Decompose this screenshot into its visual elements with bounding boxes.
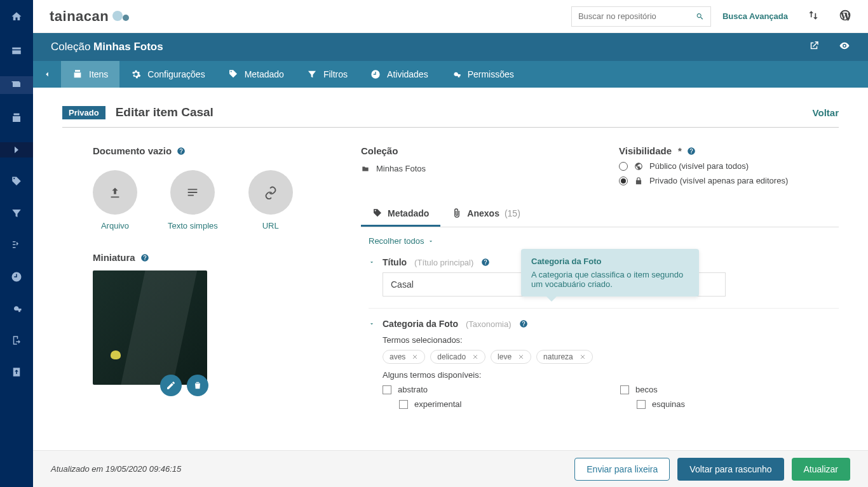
collection-title: Coleção Minhas Fotos — [51, 41, 163, 53]
tab-filters[interactable]: Filtros — [295, 61, 359, 88]
metatab-attachments[interactable]: Anexos (15) — [440, 202, 531, 227]
thumbnail-delete-button[interactable] — [187, 375, 208, 396]
swap-icon[interactable] — [807, 9, 820, 24]
external-link-icon[interactable] — [808, 40, 820, 54]
search-icon[interactable] — [696, 12, 704, 21]
page-title: Editar item Casal — [116, 105, 214, 119]
help-icon[interactable] — [519, 319, 528, 328]
sidebar-perms[interactable] — [0, 301, 33, 316]
term-checkbox[interactable]: esquinas — [637, 399, 839, 409]
admin-sidebar — [0, 0, 33, 487]
tag-remove-icon[interactable] — [580, 354, 586, 360]
topbar: TaInacan Busca Avançada — [33, 0, 868, 33]
sidebar-items[interactable] — [0, 110, 33, 126]
tab-settings[interactable]: Configurações — [119, 61, 216, 88]
sidebar-tax[interactable] — [0, 237, 33, 253]
tag-remove-icon[interactable] — [518, 354, 524, 360]
sidebar-filters[interactable] — [0, 206, 33, 221]
wordpress-icon[interactable] — [839, 9, 851, 24]
term-checkbox[interactable]: becos — [620, 385, 839, 394]
collection-value: Minhas Fotos — [361, 164, 581, 173]
collection-header: Coleção Minhas Fotos — [33, 33, 868, 61]
sidebar-collections[interactable] — [0, 76, 33, 94]
update-button[interactable]: Atualizar — [792, 458, 850, 481]
collection-tabs: Itens Configurações Metadado Filtros Ati… — [33, 61, 868, 88]
sidebar-repo[interactable] — [0, 42, 33, 60]
term-checkbox[interactable]: experimental — [399, 399, 601, 409]
caret-down-icon — [428, 238, 434, 244]
help-icon[interactable] — [481, 258, 490, 267]
doctype-file[interactable]: Arquivo — [93, 170, 137, 230]
tab-permissions[interactable]: Permissões — [440, 61, 526, 88]
available-terms-label: Alguns termos disponíveis: — [383, 370, 839, 380]
eye-icon[interactable] — [839, 40, 850, 54]
thumbnail-label: Miniatura — [93, 252, 329, 263]
tab-metadata[interactable]: Metadado — [217, 61, 295, 88]
tag: natureza — [536, 350, 593, 364]
tag-remove-icon[interactable] — [472, 354, 478, 360]
document-section-label: Documento vazio — [93, 145, 329, 156]
field-label-category: Categoria da Foto — [383, 319, 458, 329]
attachment-icon — [452, 208, 462, 218]
tooltip: Categoria da Foto A categoria que classi… — [521, 249, 699, 297]
back-link[interactable]: Voltar — [813, 107, 839, 118]
visibility-private-option[interactable]: Privado (visível apenas para editores) — [619, 176, 839, 185]
thumbnail-image[interactable] — [93, 270, 207, 385]
updated-timestamp: Atualizado em 19/05/2020 09:46:15 — [51, 464, 181, 474]
page-head: Privado Editar item Casal Voltar — [62, 105, 839, 128]
content-area: Privado Editar item Casal Voltar Documen… — [33, 88, 868, 450]
term-checkbox[interactable]: abstrato — [383, 385, 601, 394]
tab-items[interactable]: Itens — [61, 61, 119, 88]
tag: leve — [491, 350, 531, 364]
collection-label: Coleção — [361, 145, 581, 156]
visibility-label: Visibilidade* — [619, 145, 839, 156]
doctype-text[interactable]: Texto simples — [168, 170, 218, 230]
visibility-public-option[interactable]: Público (visível para todos) — [619, 161, 839, 171]
lock-icon — [634, 177, 643, 185]
globe-icon — [634, 162, 643, 171]
thumbnail-edit-button[interactable] — [160, 375, 182, 396]
selected-tags: aves delicado leve natureza — [383, 350, 839, 364]
search-box[interactable] — [571, 6, 711, 27]
doctype-url[interactable]: URL — [248, 170, 293, 230]
sidebar-export[interactable] — [0, 364, 33, 380]
tag-icon — [372, 208, 383, 218]
field-collapse-title[interactable] — [369, 259, 375, 265]
sidebar-import[interactable] — [0, 333, 33, 348]
help-icon[interactable] — [140, 253, 149, 262]
draft-button[interactable]: Voltar para rascunho — [677, 458, 783, 481]
tag: aves — [383, 350, 425, 364]
help-icon[interactable] — [177, 147, 186, 156]
help-icon[interactable] — [687, 147, 696, 156]
sidebar-home[interactable] — [0, 8, 33, 25]
logo[interactable]: TaInacan — [50, 8, 129, 25]
selected-terms-label: Termos selecionados: — [383, 335, 839, 345]
sidebar-curritem[interactable] — [0, 142, 33, 157]
sidebar-activities[interactable] — [0, 269, 33, 284]
tag: delicado — [430, 350, 485, 364]
metatab-metadata[interactable]: Metadado — [361, 202, 440, 227]
field-collapse-category[interactable] — [369, 321, 375, 327]
footer-bar: Atualizado em 19/05/2020 09:46:15 Enviar… — [33, 450, 868, 487]
collapse-all-link[interactable]: Recolher todos — [369, 236, 434, 246]
folder-icon — [361, 164, 370, 173]
search-input[interactable] — [578, 11, 696, 21]
advanced-search-link[interactable]: Busca Avançada — [722, 11, 788, 21]
tag-remove-icon[interactable] — [412, 354, 418, 360]
field-label-title: Título — [383, 257, 407, 267]
visibility-badge: Privado — [62, 106, 105, 119]
sidebar-tags[interactable] — [0, 174, 33, 189]
trash-button[interactable]: Enviar para lixeira — [574, 458, 670, 481]
tabs-back-button[interactable] — [33, 61, 61, 88]
tab-activities[interactable]: Atividades — [359, 61, 440, 88]
